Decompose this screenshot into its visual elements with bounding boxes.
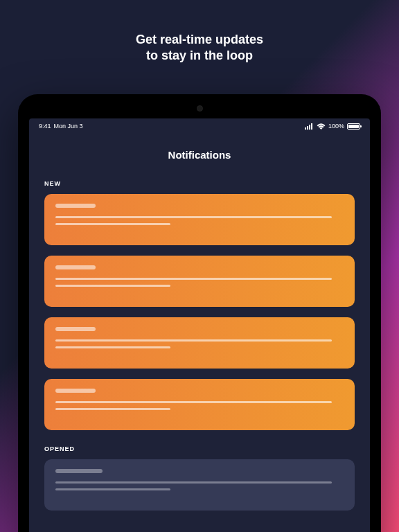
skeleton-line [55, 346, 170, 348]
promo-line-2: to stay in the loop [0, 48, 399, 64]
signal-icon [305, 123, 314, 130]
status-time: 9:41 [39, 123, 51, 130]
skeleton-title [55, 327, 96, 331]
skeleton-line [55, 285, 170, 287]
skeleton-line [55, 481, 332, 484]
skeleton-line [55, 216, 332, 218]
status-date: Mon Jun 3 [54, 123, 83, 130]
notification-card[interactable] [44, 194, 355, 245]
page-title: Notifications [29, 131, 370, 180]
status-bar: 9:41 Mon Jun 3 100% [29, 118, 370, 131]
front-camera [197, 105, 203, 112]
wifi-icon [317, 123, 326, 130]
promo-line-1: Get real-time updates [0, 32, 399, 48]
notification-card[interactable] [44, 256, 355, 307]
skeleton-line [55, 223, 170, 225]
skeleton-line [55, 278, 332, 280]
svg-rect-1 [307, 126, 308, 130]
section-label-opened: OPENED [29, 445, 370, 459]
svg-rect-3 [311, 123, 312, 130]
app-screen: 9:41 Mon Jun 3 100% Notifications NEW [29, 118, 370, 532]
notification-card-opened[interactable] [44, 459, 355, 511]
notification-card[interactable] [44, 379, 355, 430]
opened-notifications-list [29, 459, 370, 511]
new-notifications-list [29, 194, 370, 430]
promo-headline: Get real-time updates to stay in the loo… [0, 0, 399, 64]
tablet-frame: 9:41 Mon Jun 3 100% Notifications NEW [18, 94, 381, 532]
skeleton-title [55, 265, 96, 269]
battery-icon [347, 123, 360, 130]
svg-rect-0 [305, 127, 306, 130]
skeleton-line [55, 401, 332, 403]
notification-card[interactable] [44, 317, 355, 369]
skeleton-title [55, 389, 96, 393]
skeleton-title [55, 469, 103, 473]
svg-rect-2 [309, 125, 310, 130]
skeleton-line [55, 339, 332, 342]
skeleton-line [55, 408, 170, 410]
skeleton-line [55, 488, 170, 490]
section-label-new: NEW [29, 180, 370, 194]
battery-percent: 100% [328, 123, 344, 130]
skeleton-title [55, 204, 96, 208]
